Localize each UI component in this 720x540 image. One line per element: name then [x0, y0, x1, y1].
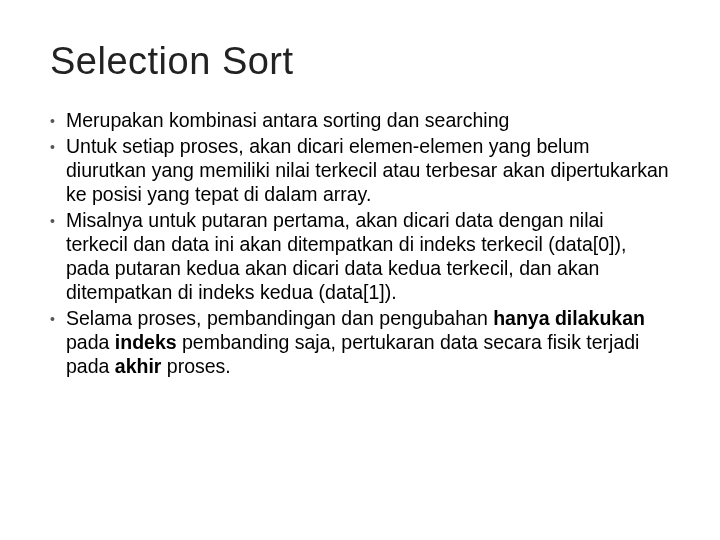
list-item: Untuk setiap proses, akan dicari elemen-…	[50, 135, 670, 207]
bullet-list: Merupakan kombinasi antara sorting dan s…	[50, 109, 670, 379]
list-item: Merupakan kombinasi antara sorting dan s…	[50, 109, 670, 133]
slide: Selection Sort Merupakan kombinasi antar…	[0, 0, 720, 540]
slide-title: Selection Sort	[50, 40, 670, 83]
list-item: Misalnya untuk putaran pertama, akan dic…	[50, 209, 670, 305]
list-item: Selama proses, pembandingan dan pengubah…	[50, 307, 670, 379]
